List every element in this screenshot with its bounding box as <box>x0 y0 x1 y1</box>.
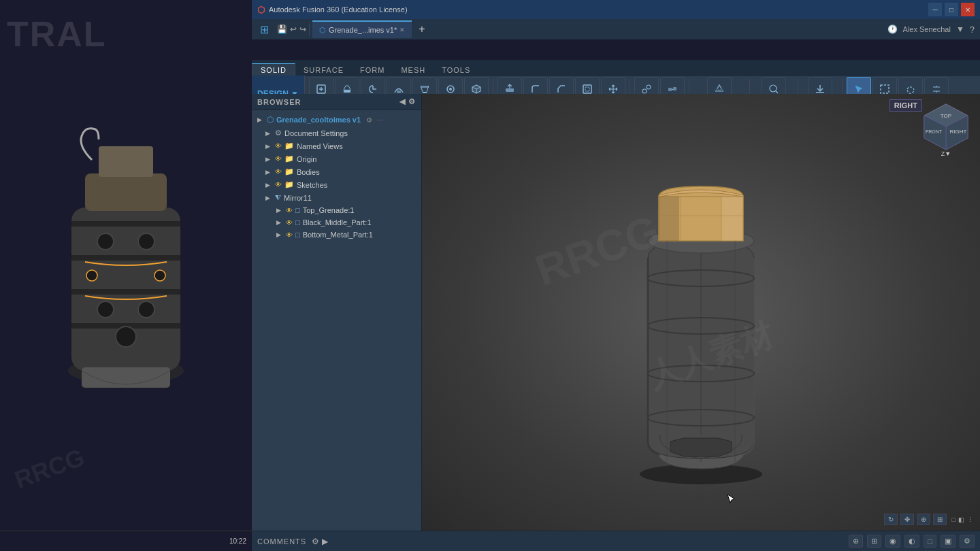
svg-rect-10 <box>585 87 589 91</box>
svg-rect-5 <box>421 86 429 88</box>
display-mode-btn[interactable]: □ <box>952 516 956 523</box>
top-grenade-label: Top_Grenade:1 <box>303 206 355 214</box>
render-mode-btn[interactable]: ◧ <box>958 516 964 523</box>
svg-rect-19 <box>71 221 180 227</box>
tree-top-grenade[interactable]: ▶ 👁 □ Top_Grenade:1 <box>252 204 421 216</box>
tab-mesh[interactable]: MESH <box>393 63 434 76</box>
display-btn[interactable]: □ <box>924 535 936 548</box>
tab-form[interactable]: FORM <box>352 63 393 76</box>
shading-btn[interactable]: ◐ <box>904 535 919 548</box>
expand-icon-mirror: ▶ <box>265 195 272 201</box>
svg-point-7 <box>449 88 452 90</box>
eye-icon-top: 👁 <box>286 207 293 214</box>
svg-text:FRONT: FRONT <box>926 129 943 134</box>
tree-mirror11[interactable]: ▶ ⧨ Mirror11 <box>252 191 421 204</box>
svg-rect-8 <box>506 88 514 92</box>
tree-doc-settings[interactable]: ▶ ⚙ Document Settings <box>252 127 421 139</box>
undo-icon[interactable]: ↩ <box>290 24 297 34</box>
expand-icon-origin: ▶ <box>265 156 272 163</box>
view-settings-btn[interactable]: ⋮ <box>967 516 973 523</box>
tree-named-views[interactable]: ▶ 👁 📁 Named Views <box>252 139 421 152</box>
svg-point-23 <box>97 233 114 250</box>
tab-close-icon[interactable]: ✕ <box>399 27 405 33</box>
expand-icon-bodies: ▶ <box>265 169 272 176</box>
root-more-icon[interactable]: ⋯ <box>376 116 383 124</box>
eye-icon-sketches: 👁 <box>275 181 282 188</box>
tree-root[interactable]: ▶ ⬡ Grenade_cooltoimes v1 ⚙ ⋯ <box>252 113 421 127</box>
bottom-collapse-btn[interactable]: ⚙ <box>312 537 319 546</box>
app-menu-icon[interactable]: ⊞ <box>260 23 269 36</box>
eye-icon-bodies: 👁 <box>275 168 282 176</box>
tree-black-middle[interactable]: ▶ 👁 □ Black_Middle_Part:1 <box>252 216 421 229</box>
browser-settings-btn[interactable]: ⚙ <box>408 97 416 106</box>
svg-rect-20 <box>71 255 180 261</box>
viewport-bottom-controls[interactable]: ⊕ ⊞ ◉ ◐ □ ▣ ⚙ <box>849 535 975 548</box>
bodies-label: Bodies <box>297 168 320 176</box>
svg-point-27 <box>97 301 114 318</box>
tab-surface[interactable]: SURFACE <box>295 63 352 76</box>
tab-icon: ⬡ <box>319 26 326 35</box>
eye-icon-views: 👁 <box>275 142 282 150</box>
user-dropdown-icon[interactable]: ▼ <box>956 24 964 34</box>
tab-tools[interactable]: TOOLS <box>434 63 478 76</box>
clock: 10:22 <box>229 537 246 545</box>
orbit-btn[interactable]: ↻ <box>884 514 898 525</box>
user-name[interactable]: Alex Senechal <box>903 25 951 33</box>
save-icon[interactable]: 💾 <box>277 24 287 34</box>
new-tab-button[interactable]: + <box>414 23 429 35</box>
maximize-button[interactable]: □ <box>945 3 958 16</box>
folder-icon-views: 📁 <box>284 141 294 150</box>
grid-btn[interactable]: ⊞ <box>867 535 881 548</box>
folder-icon-bodies: 📁 <box>284 167 294 176</box>
settings-btn[interactable]: ⚙ <box>960 535 975 548</box>
browser-collapse-btn[interactable]: ◀ <box>399 97 406 106</box>
tree-sketches[interactable]: ▶ 👁 📁 Sketches <box>252 178 421 191</box>
tree-origin[interactable]: ▶ 👁 📁 Origin <box>252 152 421 165</box>
browser-header: BROWSER ◀ ⚙ <box>252 94 421 110</box>
fit-btn[interactable]: ⊞ <box>933 514 947 525</box>
zoom-btn[interactable]: ⊕ <box>917 514 930 525</box>
bottom-browser-controls[interactable]: ⚙ ▶ <box>312 537 328 546</box>
svg-rect-3 <box>397 90 401 93</box>
snap-btn[interactable]: ⊕ <box>849 535 863 548</box>
svg-rect-1 <box>344 90 350 93</box>
eye-icon-origin: 👁 <box>275 155 282 163</box>
doc-settings-label: Document Settings <box>284 129 348 137</box>
viewport-controls[interactable]: ↻ ✥ ⊕ ⊞ □ ◧ ⋮ <box>884 514 973 525</box>
root-icon: ⬡ <box>267 115 274 124</box>
svg-rect-13 <box>668 88 672 91</box>
tab-solid[interactable]: SOLID <box>252 63 295 76</box>
model-3d <box>599 135 803 489</box>
svg-text:RIGHT: RIGHT <box>950 129 967 135</box>
tree-bodies[interactable]: ▶ 👁 📁 Bodies <box>252 165 421 178</box>
expand-icon-sketches: ▶ <box>265 182 272 188</box>
view-btn[interactable]: ▣ <box>941 535 956 548</box>
window-controls[interactable]: ─ □ ✕ <box>928 3 975 16</box>
svg-point-11 <box>642 89 647 93</box>
help-icon[interactable]: ? <box>970 24 975 35</box>
named-views-label: Named Views <box>297 142 343 150</box>
grenade-image <box>31 85 221 466</box>
origin-label: Origin <box>297 155 316 163</box>
browser-controls[interactable]: ◀ ⚙ <box>399 97 416 106</box>
wireframe-btn[interactable]: ◉ <box>885 535 900 548</box>
view-cube-svg: TOP RIGHT FRONT <box>919 101 973 155</box>
bottom-expand-btn[interactable]: ▶ <box>322 537 328 546</box>
root-settings-icon[interactable]: ⚙ <box>366 116 372 124</box>
mirror-icon: ⧨ <box>275 193 281 202</box>
eye-icon-bottom: 👁 <box>286 231 293 239</box>
svg-point-29 <box>116 327 136 347</box>
redo-icon[interactable]: ↪ <box>299 24 306 34</box>
pan-btn[interactable]: ✥ <box>900 514 914 525</box>
viewport[interactable]: TOP RIGHT FRONT Z▼ RIGHT RRCG 人人素材 ↻ ✥ ⊕… <box>422 94 980 531</box>
bottom-metal-label: Bottom_Metal_Part:1 <box>303 231 373 239</box>
tree-bottom-metal[interactable]: ▶ 👁 □ Bottom_Metal_Part:1 <box>252 229 421 241</box>
view-cube[interactable]: TOP RIGHT FRONT Z▼ <box>919 101 973 157</box>
minimize-button[interactable]: ─ <box>928 3 942 16</box>
svg-rect-37 <box>659 197 679 241</box>
close-button[interactable]: ✕ <box>961 3 975 16</box>
expand-icon-doc: ▶ <box>265 130 272 137</box>
tab-grenade[interactable]: ⬡ Grenade_...imes v1* ✕ <box>312 20 412 38</box>
svg-rect-14 <box>673 87 676 90</box>
svg-point-24 <box>138 233 154 250</box>
